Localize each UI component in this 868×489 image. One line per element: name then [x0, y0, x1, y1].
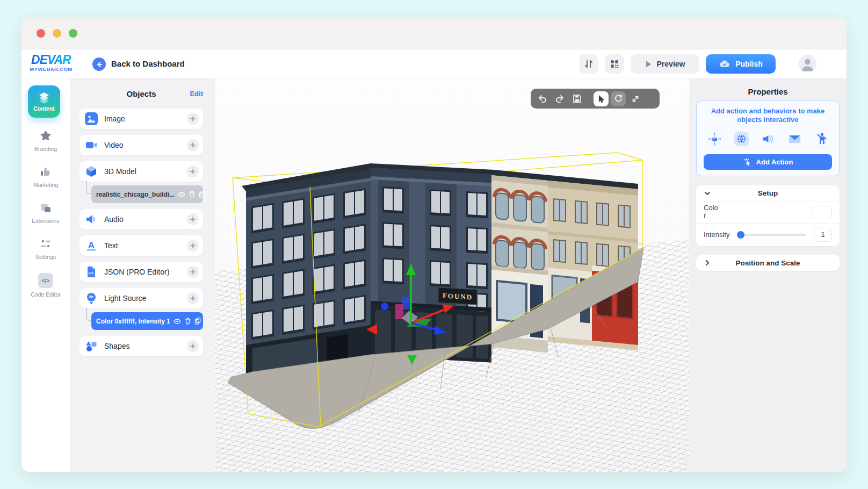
svg-text:</>: </>	[42, 278, 50, 284]
sidebar-item-code-editor[interactable]: </> Code Editor	[21, 273, 70, 298]
action-hint-text: Add action and behaviors to make objects…	[704, 107, 831, 125]
intensity-slider[interactable]	[738, 234, 806, 236]
thumb-up-icon	[39, 171, 52, 180]
logo-subtitle: MYWEBAR.COM	[28, 66, 74, 72]
chevron-down-icon	[704, 190, 711, 197]
audio-icon	[85, 213, 98, 226]
object-child-label: Color 0xffffff, Intensity 1	[96, 318, 170, 325]
gizmo-blue-dot-handle[interactable]	[381, 303, 388, 310]
objects-panel-title: Objects	[79, 89, 203, 98]
object-child-label: realistic_chicago_buildi...	[96, 191, 175, 198]
object-row-video[interactable]: Video	[79, 135, 203, 155]
add-shapes-button[interactable]	[187, 340, 199, 352]
preview-button[interactable]: Preview	[631, 54, 699, 74]
object-row-audio[interactable]: Audio	[79, 209, 203, 229]
sidebar-item-branding[interactable]: Branding	[21, 130, 70, 152]
scale-tool-button[interactable]	[628, 91, 643, 106]
3d-model-building[interactable]: FOUND	[228, 163, 643, 428]
tree-connector	[86, 307, 91, 321]
setup-card: Setup Color Intensity 1	[696, 185, 840, 246]
sort-order-button[interactable]	[579, 54, 598, 74]
object-row-shapes[interactable]: Shapes	[79, 336, 203, 356]
position-scale-title: Position and Scale	[696, 259, 840, 267]
position-scale-card: Position and Scale	[696, 255, 840, 271]
object-row-light-source[interactable]: Light Source	[79, 288, 203, 308]
tree-connector	[86, 181, 91, 194]
move-3d-icon	[707, 132, 722, 146]
building-sign: FOUND	[443, 291, 473, 301]
delete-trash-icon[interactable]	[185, 318, 191, 325]
visibility-eye-icon[interactable]	[178, 192, 185, 197]
account-avatar[interactable]	[799, 55, 816, 73]
back-arrow-icon	[96, 61, 103, 68]
3d-editor-canvas[interactable]: FOUND	[215, 78, 689, 472]
svg-text:</>: </>	[88, 271, 93, 275]
add-text-button[interactable]	[187, 240, 199, 251]
color-swatch[interactable]	[812, 206, 832, 219]
sidebar-item-settings[interactable]: Settings	[21, 238, 70, 260]
object-row-text[interactable]: A Text	[79, 235, 203, 256]
add-action-label: Add Action	[756, 158, 793, 166]
properties-panel: Properties Add action and behaviors to m…	[689, 78, 847, 472]
object-row-3d-model[interactable]: 3D Model	[79, 161, 203, 182]
logo-title: DEVAR	[28, 53, 74, 66]
edit-objects-link[interactable]: Edit	[190, 90, 203, 98]
globe-icon	[734, 132, 749, 146]
publish-label: Publish	[735, 60, 763, 68]
save-button[interactable]	[569, 91, 584, 106]
back-to-dashboard-label[interactable]: Back to Dashboard	[111, 59, 185, 68]
intensity-slider-thumb[interactable]	[737, 231, 744, 239]
add-image-button[interactable]	[187, 113, 199, 125]
visibility-eye-icon[interactable]	[173, 319, 181, 324]
qr-grid-icon	[609, 59, 620, 69]
duplicate-copy-icon[interactable]	[199, 191, 205, 198]
gizmo-plane-handle-magenta[interactable]	[395, 304, 403, 319]
add-action-button[interactable]: Add Action	[704, 154, 832, 170]
intensity-label: Intensity	[704, 231, 729, 239]
canvas-toolbar	[531, 89, 660, 109]
sidebar-item-label: Content	[33, 105, 55, 112]
undo-button[interactable]	[535, 91, 550, 106]
back-button[interactable]	[92, 57, 106, 71]
object-row-label: Text	[104, 241, 187, 250]
app-header: DEVAR MYWEBAR.COM Back to Dashboard Prev…	[21, 49, 847, 78]
rotate-tool-button[interactable]	[611, 91, 626, 106]
light-bulb-icon	[85, 292, 98, 305]
sidebar-item-extensions[interactable]: Extensions	[21, 202, 70, 224]
setup-section-header[interactable]: Setup	[696, 185, 840, 202]
svg-text:A: A	[88, 240, 95, 250]
traffic-light-close[interactable]	[37, 29, 45, 38]
logo[interactable]: DEVAR MYWEBAR.COM	[28, 53, 74, 72]
object-child-chicago-building[interactable]: realistic_chicago_buildi...	[91, 185, 203, 203]
image-icon	[85, 112, 98, 125]
sort-arrows-icon	[583, 59, 594, 69]
delete-trash-icon[interactable]	[189, 191, 195, 198]
add-light-source-button[interactable]	[187, 292, 199, 304]
scene-layout-button[interactable]	[605, 54, 624, 74]
object-row-image[interactable]: Image	[79, 109, 203, 129]
select-tool-button[interactable]	[594, 91, 609, 106]
code-icon: </>	[38, 281, 53, 290]
object-row-label: Video	[104, 141, 187, 149]
sidebar-item-marketing[interactable]: Marketing	[21, 166, 70, 188]
object-row-json[interactable]: </> JSON (PRO Editor)	[79, 262, 203, 282]
sidebar-item-content[interactable]: Content	[28, 85, 60, 118]
publish-button[interactable]: Publish	[706, 54, 776, 74]
redo-button[interactable]	[552, 91, 567, 106]
add-3d-model-button[interactable]	[187, 166, 199, 177]
position-scale-header[interactable]: Position and Scale	[696, 255, 840, 271]
add-video-button[interactable]	[187, 139, 199, 151]
add-json-button[interactable]	[187, 266, 199, 278]
duplicate-copy-icon[interactable]	[194, 318, 201, 325]
cube-icon	[85, 165, 98, 178]
sidebar-item-label: Settings	[21, 254, 70, 260]
person-wave-icon	[814, 132, 828, 146]
object-child-light-selected[interactable]: Color 0xffffff, Intensity 1	[91, 312, 203, 330]
sidebar-item-label: Branding	[21, 146, 70, 152]
traffic-light-maximize[interactable]	[69, 29, 77, 38]
traffic-light-minimize[interactable]	[53, 29, 61, 38]
window-titlebar	[21, 17, 847, 49]
add-audio-button[interactable]	[187, 213, 199, 225]
toolbar-divider	[589, 94, 589, 104]
layers-icon	[37, 91, 51, 104]
